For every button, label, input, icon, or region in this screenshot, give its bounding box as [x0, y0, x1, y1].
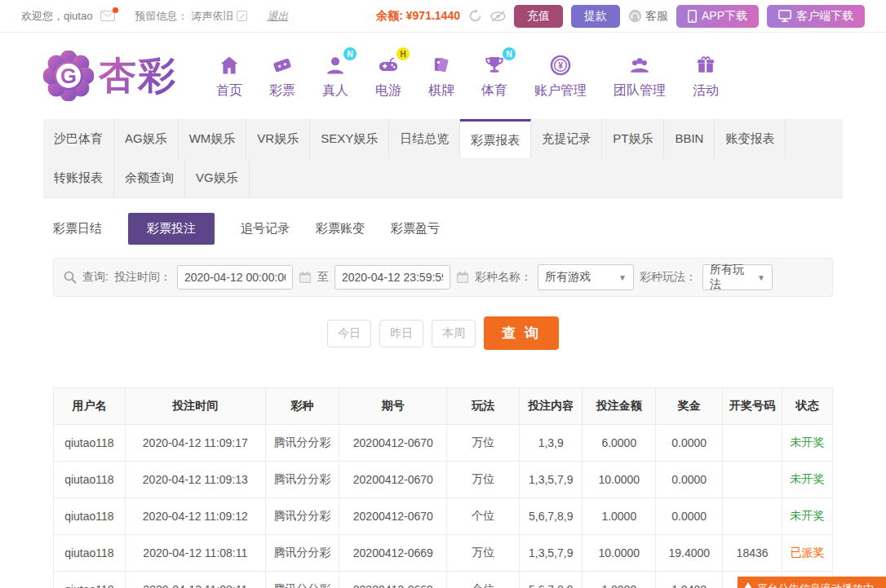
subtab-lottery-profit-loss[interactable]: 彩票盈亏 — [391, 213, 440, 245]
col-numbers: 开奖号码 — [723, 388, 782, 425]
refresh-icon[interactable] — [468, 9, 482, 23]
tab-shaba-sports[interactable]: 沙巴体育 — [43, 119, 114, 158]
cell-prize: 0.0000 — [656, 498, 723, 535]
logout-link[interactable]: 退出 — [267, 9, 288, 24]
service-link[interactable]: 客服 — [628, 9, 668, 24]
cell-numbers: 18436 — [723, 535, 782, 572]
lottery-subtabs: 彩票日结 彩票投注 追号记录 彩票账变 彩票盈亏 — [43, 198, 843, 251]
subtab-lottery-daily[interactable]: 彩票日结 — [53, 213, 102, 245]
nav-item-promotions[interactable]: 活动 — [693, 52, 719, 99]
nav-badge-n: N — [503, 47, 516, 60]
cell-username: qiutao118 — [54, 462, 126, 498]
mail-icon[interactable] — [100, 11, 115, 21]
tab-ag[interactable]: AG娱乐 — [114, 119, 179, 158]
tab-vg[interactable]: VG娱乐 — [185, 158, 250, 197]
eye-off-icon[interactable] — [490, 11, 506, 22]
cell-content: 5,6,7,8,9 — [520, 498, 583, 535]
app-download-button[interactable]: APP下载 — [676, 5, 759, 28]
cell-numbers — [723, 462, 782, 498]
notice-banner[interactable]: 平台公告信息滚动播放中 — [738, 577, 886, 588]
calendar-icon[interactable] — [299, 271, 312, 284]
tab-deposit-withdraw-records[interactable]: 充提记录 — [531, 119, 602, 158]
week-button[interactable]: 本周 — [432, 320, 476, 347]
nav-item-boardgames[interactable]: 棋牌 — [428, 52, 454, 99]
cell-prize: 19.4000 — [656, 535, 723, 572]
tab-transfer-report[interactable]: 转账报表 — [43, 158, 114, 197]
coin-icon: ¥ — [549, 54, 572, 77]
game-select[interactable]: 所有游戏 ▼ — [538, 264, 634, 290]
chevron-down-icon: ▼ — [757, 273, 765, 282]
balance-text: 余额: ¥971.1440 — [376, 9, 460, 24]
today-button[interactable]: 今日 — [327, 320, 371, 347]
reserved-value: 涛声依旧 — [191, 9, 233, 24]
client-download-button[interactable]: 客户端下载 — [767, 5, 865, 28]
tab-wm[interactable]: WM娱乐 — [179, 119, 247, 158]
notice-text: 平台公告信息滚动播放中 — [757, 581, 874, 588]
nav-badge-n: N — [343, 47, 357, 60]
withdraw-button[interactable]: 提款 — [571, 5, 620, 28]
edit-icon[interactable] — [237, 11, 247, 21]
tab-bbin[interactable]: BBIN — [664, 119, 715, 158]
cell-content: 1,3,5,7,9 — [520, 462, 583, 498]
announcement-icon — [744, 582, 752, 588]
cell-issue: 20200412-0670 — [339, 498, 447, 535]
svg-text:G: G — [60, 64, 77, 87]
bets-table: 用户名 投注时间 彩种 期号 玩法 投注内容 投注金额 奖金 开奖号码 状态 q… — [53, 387, 833, 588]
subtab-chase-records[interactable]: 追号记录 — [241, 213, 290, 245]
cell-username: qiutao118 — [54, 498, 126, 535]
tab-daily-summary[interactable]: 日结总览 — [389, 119, 460, 158]
nav-item-account[interactable]: ¥ 账户管理 — [534, 52, 587, 99]
cell-amount: 1.0000 — [583, 572, 656, 588]
tab-lottery-report[interactable]: 彩票报表 — [460, 119, 531, 158]
topbar: 欢迎您，qiutao 预留信息：涛声依旧 退出 余额: ¥971.1440 充值… — [0, 0, 886, 33]
brand-name: 杏彩 — [99, 51, 177, 101]
cell-bet-time: 2020-04-12 11:09:17 — [125, 425, 265, 462]
cell-amount: 10.0000 — [583, 462, 656, 498]
table-row: qiutao118 2020-04-12 11:09:12 腾讯分分彩 2020… — [54, 498, 833, 535]
nav-item-sports[interactable]: N 体育 — [481, 52, 507, 99]
filter-bar: 查询: 投注时间： 至 彩种名称： 所有游戏 ▼ 彩种玩法： 所有玩法 ▼ — [53, 258, 833, 297]
svg-text:¥: ¥ — [558, 60, 564, 70]
subtab-lottery-account-change[interactable]: 彩票账变 — [316, 213, 365, 245]
cards-icon — [430, 54, 453, 77]
nav-item-live[interactable]: N 真人 — [322, 52, 348, 99]
cell-issue: 20200412-0670 — [339, 462, 447, 498]
cell-status: 未开奖 — [782, 425, 832, 462]
tab-account-change-report[interactable]: 账变报表 — [715, 119, 786, 158]
time-from-input[interactable] — [177, 265, 293, 290]
time-to-input[interactable] — [334, 265, 450, 290]
tab-balance-query[interactable]: 余额查询 — [114, 158, 185, 197]
nav-item-home[interactable]: 首页 — [216, 52, 242, 99]
search-button[interactable]: 查 询 — [484, 316, 559, 350]
nav-item-egames[interactable]: H 电游 — [375, 52, 401, 99]
people-icon — [627, 54, 652, 77]
cell-game: 腾讯分分彩 — [265, 535, 339, 572]
subtab-lottery-bets[interactable]: 彩票投注 — [128, 213, 215, 245]
cell-play: 万位 — [447, 425, 520, 462]
brand-logo[interactable]: G 杏彩 — [43, 51, 177, 101]
calendar-icon[interactable] — [456, 271, 469, 284]
cell-play: 个位 — [447, 572, 520, 588]
tab-vr[interactable]: VR娱乐 — [246, 119, 310, 158]
cell-bet-time: 2020-04-12 11:09:12 — [125, 498, 265, 535]
col-play: 玩法 — [447, 388, 520, 425]
to-label: 至 — [317, 270, 329, 285]
play-select[interactable]: 所有玩法 ▼ — [702, 264, 773, 290]
col-status: 状态 — [782, 388, 832, 425]
tab-pt[interactable]: PT娱乐 — [602, 119, 664, 158]
cell-prize: 0.0000 — [656, 425, 723, 462]
trophy-icon — [483, 54, 506, 77]
cell-numbers — [723, 425, 782, 462]
cell-amount: 10.0000 — [583, 535, 656, 572]
nav-item-lottery[interactable]: 彩票 — [269, 52, 295, 99]
yesterday-button[interactable]: 昨日 — [379, 320, 423, 347]
service-label: 客服 — [645, 9, 668, 24]
col-issue: 期号 — [339, 388, 447, 425]
cell-game: 腾讯分分彩 — [265, 498, 339, 535]
col-game: 彩种 — [265, 388, 339, 425]
tab-sexy[interactable]: SEXY娱乐 — [310, 119, 389, 158]
site-header: G 杏彩 首页 彩票 N 真人 — [43, 33, 843, 119]
deposit-button[interactable]: 充值 — [514, 5, 563, 28]
nav-item-team[interactable]: 团队管理 — [614, 52, 666, 99]
cell-play: 个位 — [447, 498, 520, 535]
